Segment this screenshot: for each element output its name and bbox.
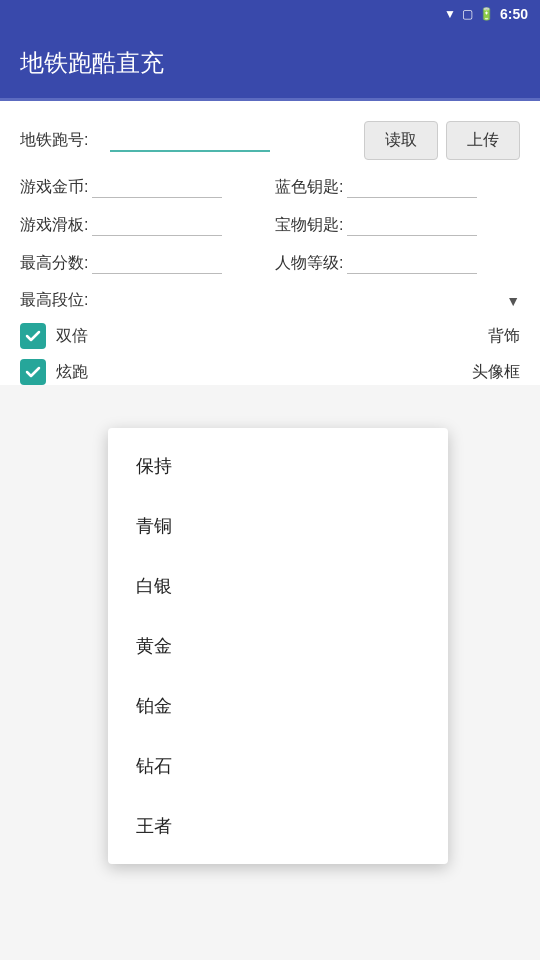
fancy-checkbox-label: 炫跑: [56, 362, 88, 383]
treasure-key-label: 宝物钥匙:: [275, 215, 347, 236]
dropdown-item-4[interactable]: 铂金: [108, 676, 448, 736]
dropdown-item-3[interactable]: 黄金: [108, 616, 448, 676]
dropdown-item-1[interactable]: 青铜: [108, 496, 448, 556]
treasure-key-col: 宝物钥匙:: [275, 214, 520, 236]
skateboard-col: 游戏滑板:: [20, 214, 265, 236]
main-content: 地铁跑号: 读取 上传 游戏金币: 蓝色钥匙: 游戏滑板: 宝物钥匙: 最高分数: [0, 101, 540, 385]
status-icons: ▼ ▢ 🔋 6:50: [444, 6, 528, 22]
sim-icon: ▢: [462, 7, 473, 21]
treasure-key-input[interactable]: [347, 214, 477, 236]
double-checkbox[interactable]: [20, 323, 46, 349]
highscore-col: 最高分数:: [20, 252, 265, 274]
coin-bluekey-row: 游戏金币: 蓝色钥匙:: [20, 176, 520, 198]
wifi-icon: ▼: [444, 7, 456, 21]
character-level-input[interactable]: [347, 252, 477, 274]
double-checkbox-row: 双倍 背饰: [20, 323, 520, 349]
high-segment-label: 最高段位:: [20, 290, 110, 311]
skateboard-label: 游戏滑板:: [20, 215, 92, 236]
dropdown-overlay: 保持 青铜 白银 黄金 铂金 钻石 王者: [108, 428, 448, 864]
status-bar: ▼ ▢ 🔋 6:50: [0, 0, 540, 28]
coin-label: 游戏金币:: [20, 177, 92, 198]
high-segment-row: 最高段位: ▼: [20, 290, 520, 311]
blue-key-col: 蓝色钥匙:: [275, 176, 520, 198]
fancy-checkbox-row: 炫跑 头像框: [20, 359, 520, 385]
metro-id-input[interactable]: [110, 129, 270, 152]
chevron-down-icon: ▼: [506, 293, 520, 309]
dropdown-item-2[interactable]: 白银: [108, 556, 448, 616]
dropdown-item-5[interactable]: 钻石: [108, 736, 448, 796]
segment-dropdown[interactable]: ▼: [110, 293, 520, 309]
battery-icon: 🔋: [479, 7, 494, 21]
character-level-label: 人物等级:: [275, 253, 347, 274]
metro-id-row: 地铁跑号: 读取 上传: [20, 121, 520, 160]
blue-key-input[interactable]: [347, 176, 477, 198]
character-level-col: 人物等级:: [275, 252, 520, 274]
skateboard-treasurekey-row: 游戏滑板: 宝物钥匙:: [20, 214, 520, 236]
app-bar: 地铁跑酷直充: [0, 28, 540, 98]
blue-key-label: 蓝色钥匙:: [275, 177, 347, 198]
read-button[interactable]: 读取: [364, 121, 438, 160]
action-buttons: 读取 上传: [364, 121, 520, 160]
dropdown-item-6[interactable]: 王者: [108, 796, 448, 856]
skateboard-input[interactable]: [92, 214, 222, 236]
double-suffix-label: 背饰: [488, 326, 520, 347]
double-checkbox-label: 双倍: [56, 326, 88, 347]
coin-input[interactable]: [92, 176, 222, 198]
metro-id-label: 地铁跑号:: [20, 130, 110, 151]
fancy-suffix-label: 头像框: [472, 362, 520, 383]
highscore-level-row: 最高分数: 人物等级:: [20, 252, 520, 274]
coin-col: 游戏金币:: [20, 176, 265, 198]
app-title: 地铁跑酷直充: [20, 47, 164, 79]
dropdown-item-0[interactable]: 保持: [108, 436, 448, 496]
status-time: 6:50: [500, 6, 528, 22]
fancy-checkbox[interactable]: [20, 359, 46, 385]
highscore-input[interactable]: [92, 252, 222, 274]
highscore-label: 最高分数:: [20, 253, 92, 274]
upload-button[interactable]: 上传: [446, 121, 520, 160]
